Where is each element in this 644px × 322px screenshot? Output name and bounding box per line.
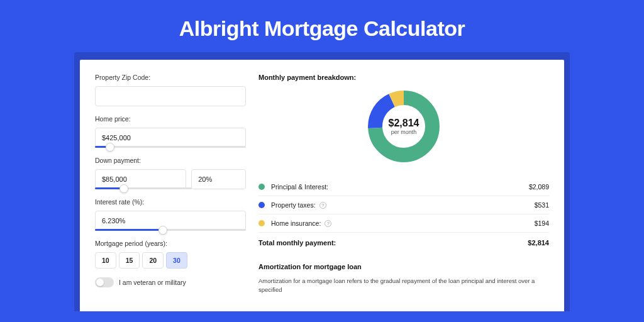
total-label: Total monthly payment: — [258, 239, 528, 247]
legend-row: Principal & Interest:$2,089 — [258, 178, 549, 196]
legend-value: $2,089 — [529, 183, 549, 191]
legend-label: Principal & Interest: — [271, 183, 529, 191]
breakdown-column: Monthly payment breakdown: $2,814 per mo… — [258, 74, 549, 311]
veteran-toggle-row: I am veteran or military — [95, 277, 246, 287]
info-icon[interactable]: ? — [325, 220, 331, 227]
legend-label: Home insurance:? — [271, 219, 535, 227]
down-payment-field-group: Down payment: — [95, 157, 246, 189]
down-payment-slider[interactable] — [95, 187, 192, 189]
zip-label: Property Zip Code: — [95, 74, 246, 81]
down-payment-label: Down payment: — [95, 157, 246, 164]
period-option-10[interactable]: 10 — [95, 252, 116, 269]
amortization-text: Amortization for a mortgage loan refers … — [258, 277, 549, 295]
legend-row: Home insurance:?$194 — [258, 214, 549, 232]
legend-label: Property taxes:? — [271, 201, 535, 209]
breakdown-title: Monthly payment breakdown: — [258, 74, 549, 81]
donut-center: $2,814 per month — [389, 118, 419, 135]
down-payment-percent-input[interactable] — [191, 169, 246, 189]
amortization-section: Amortization for mortgage loan Amortizat… — [258, 263, 549, 295]
interest-slider-fill — [95, 229, 163, 231]
zip-field-group: Property Zip Code: — [95, 74, 246, 106]
period-option-20[interactable]: 20 — [142, 252, 164, 269]
info-icon[interactable]: ? — [319, 202, 326, 209]
veteran-toggle[interactable] — [95, 277, 114, 287]
legend-dot — [258, 202, 265, 208]
legend-dot — [258, 184, 265, 190]
calculator-card: Property Zip Code: Home price: Down paym… — [80, 60, 564, 311]
inputs-column: Property Zip Code: Home price: Down paym… — [95, 74, 246, 311]
legend-value: $531 — [535, 201, 549, 209]
zip-input[interactable] — [95, 86, 246, 106]
donut-chart: $2,814 per month — [366, 89, 441, 164]
legend-value: $194 — [535, 219, 549, 227]
home-price-slider-thumb[interactable] — [106, 143, 114, 152]
interest-slider[interactable] — [95, 229, 246, 231]
veteran-label: I am veteran or military — [119, 279, 186, 286]
card-shadow: Property Zip Code: Home price: Down paym… — [74, 52, 570, 311]
total-value: $2,814 — [528, 239, 549, 247]
legend-label-text: Property taxes: — [271, 201, 316, 209]
interest-slider-thumb[interactable] — [158, 226, 167, 235]
veteran-toggle-knob — [96, 279, 104, 286]
total-row: Total monthly payment: $2,814 — [258, 232, 549, 254]
period-field-group: Mortgage period (years): 10152030 — [95, 240, 246, 269]
donut-chart-wrap: $2,814 per month — [258, 89, 549, 167]
down-payment-slider-thumb[interactable] — [119, 184, 128, 193]
home-price-field-group: Home price: — [95, 115, 246, 148]
period-label: Mortgage period (years): — [95, 240, 246, 247]
legend-label-text: Principal & Interest: — [271, 183, 328, 191]
period-options: 10152030 — [95, 252, 246, 269]
legend: Principal & Interest:$2,089Property taxe… — [258, 178, 549, 232]
home-price-input[interactable] — [95, 128, 246, 148]
legend-dot — [258, 220, 265, 226]
period-option-30[interactable]: 30 — [166, 252, 187, 269]
interest-input[interactable] — [95, 211, 246, 231]
interest-label: Interest rate (%): — [95, 198, 246, 206]
home-price-label: Home price: — [95, 115, 246, 123]
page-title: Albright Mortgage Calculator — [0, 0, 644, 52]
down-payment-amount-input[interactable] — [95, 169, 186, 189]
home-price-slider[interactable] — [95, 146, 246, 148]
legend-row: Property taxes:?$531 — [258, 196, 549, 214]
legend-label-text: Home insurance: — [271, 219, 321, 227]
amortization-title: Amortization for mortgage loan — [258, 263, 549, 270]
donut-center-value: $2,814 — [389, 118, 419, 129]
donut-center-sub: per month — [389, 129, 419, 135]
period-option-15[interactable]: 15 — [119, 252, 140, 269]
interest-field-group: Interest rate (%): — [95, 198, 246, 231]
